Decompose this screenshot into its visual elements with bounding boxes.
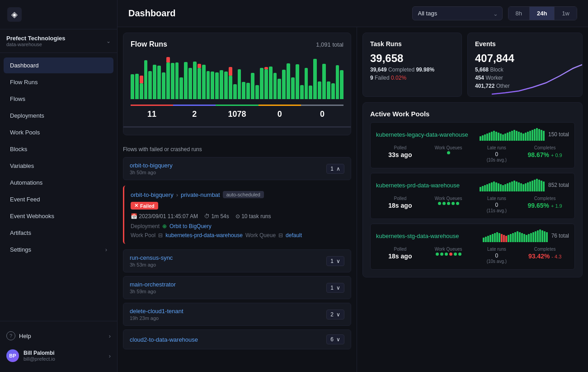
task-runs-title: Task Runs (370, 40, 454, 48)
pool-bar (543, 131, 545, 141)
bar-completed (278, 79, 281, 99)
flow-name-link[interactable]: cloud2-to-data-warehouse (130, 336, 198, 343)
completes-value: 99.65% + 1.9 (521, 202, 569, 209)
sidebar-item-dashboard[interactable]: Dashboard (4, 57, 113, 73)
failed-count: 11 (131, 110, 173, 119)
sidebar-item-deployments[interactable]: Deployments (4, 108, 113, 124)
sidebar-item-flow-runs[interactable]: Flow Runs (4, 74, 113, 90)
sidebar-item-blocks[interactable]: Blocks (4, 141, 113, 157)
pool-bar (512, 233, 514, 242)
user-profile[interactable]: BP Bill Palombi bill@prefect.io › (0, 345, 117, 367)
pool-bar (494, 233, 496, 242)
sidebar-item-flows[interactable]: Flows (4, 91, 113, 107)
pool-total: 852 total (548, 182, 569, 188)
pool-bar (536, 128, 538, 141)
events-title: Events (475, 40, 575, 48)
flow-name-link[interactable]: run-census-sync (130, 254, 173, 261)
status-failed[interactable]: 11 (131, 105, 173, 123)
pool-header: kubernetes-stg-data-warehouse 76 total (376, 229, 569, 242)
run-flow-link[interactable]: orbit-to-bigquery (131, 191, 174, 198)
pool-header: kubernetes-legacy-data-warehouse 150 tot… (376, 128, 569, 141)
pool-header: kubernetes-prd-data-warehouse 852 total (376, 179, 569, 191)
pool-stat-polled: Polled 18s ago (376, 196, 424, 213)
sidebar-item-event-feed[interactable]: Event Feed (4, 191, 113, 207)
sidebar-item-event-webhooks[interactable]: Event Webhooks (4, 208, 113, 224)
workspace-selector[interactable]: Prefect Technologies data-warehouse ⌄ (0, 29, 117, 53)
pool-bar (518, 132, 520, 141)
avatar: BP (6, 349, 19, 362)
bar-completed (246, 83, 250, 99)
pool-bar (532, 181, 533, 191)
bar-completed (215, 72, 219, 99)
deployment-icon: ⊕ (162, 223, 167, 229)
failed-badge: ✕ Failed (131, 202, 158, 210)
flow-item: delete-cloud1-tenant 19h 23m ago 2 ∨ (123, 303, 351, 326)
bar-group (318, 54, 321, 99)
run-pool: Work Pool ⊟ kubernetes-prd-data-warehous… (131, 232, 345, 238)
pool-name-link[interactable]: kubernetes-legacy-data-warehouse (376, 131, 468, 138)
sidebar-item-variables[interactable]: Variables (4, 158, 113, 174)
chevron-down-icon: ∨ (336, 285, 340, 291)
time-btn-8h[interactable]: 8h (508, 7, 530, 20)
run-name-link[interactable]: private-numbat (181, 191, 220, 198)
bar-group (291, 54, 295, 99)
flow-name-link[interactable]: orbit-to-bigquery (130, 162, 173, 169)
sidebar-item-settings[interactable]: Settings › (4, 242, 113, 258)
status-scheduled[interactable]: 0 (259, 105, 301, 123)
flow-time: 3h 59m ago (130, 289, 176, 294)
flow-badge[interactable]: 1 ∨ (326, 256, 344, 266)
deployment-link[interactable]: Orbit to BigQuery (169, 223, 212, 229)
pool-stats: Polled 33s ago Work Queues Late runs 0 (… (376, 145, 569, 162)
tags-select[interactable]: All tags (412, 6, 503, 20)
chevron-up-icon: ∧ (336, 166, 340, 172)
user-info: Bill Palombi bill@prefect.io (24, 350, 104, 362)
help-item[interactable]: ? Help › (0, 327, 117, 345)
pool-bar (509, 182, 511, 191)
queue-dot (452, 202, 455, 205)
status-completed[interactable]: 1078 (216, 105, 258, 123)
pool-bar (528, 234, 530, 242)
bar-group (255, 54, 259, 99)
pool-bar (527, 182, 529, 191)
bar-group (171, 54, 174, 99)
flow-item-header: cloud2-to-data-warehouse 6 ∨ (130, 334, 344, 344)
pool-bar (510, 234, 512, 242)
sidebar-item-work-pools[interactable]: Work Pools (4, 124, 113, 140)
calendar-icon: 📅 2023/09/01 11:45:07 AM (131, 213, 198, 219)
flow-item: run-census-sync 3h 53m ago 1 ∨ (123, 249, 351, 272)
flow-name-link[interactable]: delete-cloud1-tenant (130, 308, 183, 315)
pool-name-link[interactable]: kubernetes-prd-data-warehouse (376, 182, 460, 189)
flow-time: 3h 53m ago (130, 262, 173, 267)
bar-completed (211, 72, 214, 99)
bar-group (287, 54, 290, 99)
flow-badge[interactable]: 2 ∨ (326, 310, 344, 320)
flow-badge[interactable]: 1 ∨ (326, 283, 344, 293)
flow-name-link[interactable]: main-orchestrator (130, 281, 176, 288)
pool-stat-late: Late runs 0 (11s avg.) (473, 196, 521, 213)
queue-dot-red (449, 253, 452, 256)
help-icon: ? (6, 331, 15, 340)
time-btn-1w[interactable]: 1w (555, 7, 577, 20)
pool-bar (530, 233, 532, 242)
queue-link[interactable]: default (286, 232, 302, 238)
time-btn-24h[interactable]: 24h (530, 7, 555, 20)
bar-completed (331, 83, 335, 99)
bar-group (144, 54, 148, 99)
status-other[interactable]: 0 (301, 105, 343, 123)
pool-bar (519, 232, 521, 242)
pool-stat-queues: Work Queues (424, 247, 473, 264)
sidebar-item-automations[interactable]: Automations (4, 175, 113, 191)
sidebar-item-artifacts[interactable]: Artifacts (4, 225, 113, 241)
status-pending[interactable]: 2 (173, 105, 216, 123)
bar-completed (220, 70, 223, 99)
flow-badge[interactable]: 6 ∨ (326, 334, 344, 344)
pool-stat-late: Late runs 0 (10s avg.) (473, 145, 521, 162)
bar-group (215, 54, 219, 99)
pool-name-link[interactable]: kubernetes-stg-data-warehouse (376, 233, 459, 239)
flow-badge[interactable]: 1 ∧ (326, 164, 344, 174)
pool-link[interactable]: kubernetes-prd-data-warehouse (165, 232, 243, 238)
bar-group (251, 54, 254, 99)
pool-bar (489, 133, 490, 141)
bar-completed (300, 85, 304, 99)
bar-completed (202, 65, 206, 99)
